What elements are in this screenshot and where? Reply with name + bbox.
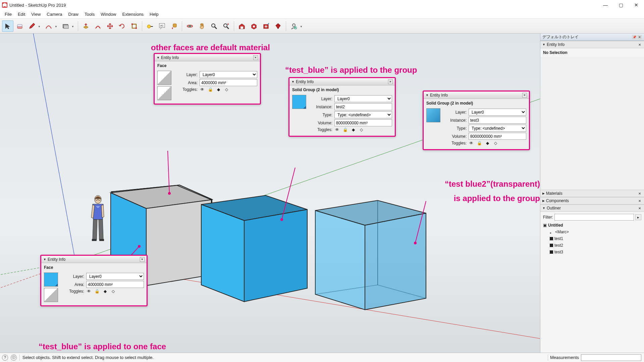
tree-item[interactable]: test3 [543, 249, 641, 255]
tray-title[interactable]: デフォルトのトレイ 📌 ✕ [540, 34, 644, 41]
tool-eraser[interactable] [14, 20, 25, 32]
menu-window[interactable]: Window [98, 11, 119, 18]
tool-pan[interactable] [196, 20, 208, 32]
tool-offset[interactable] [92, 20, 104, 32]
dropdown-icon[interactable]: ▼ [38, 25, 41, 28]
expand-icon[interactable]: ▶ [542, 192, 545, 195]
close-icon[interactable]: ✕ [637, 198, 642, 203]
tool-select[interactable] [2, 20, 13, 32]
shadows-cast-icon[interactable]: ◆ [102, 289, 108, 294]
shadows-receive-icon[interactable]: ◇ [224, 87, 229, 92]
menu-file[interactable]: File [2, 11, 14, 18]
collapse-icon[interactable]: ▼ [43, 258, 46, 261]
collapse-icon[interactable]: ▼ [426, 94, 429, 97]
close-icon[interactable]: ✕ [388, 79, 393, 84]
menu-draw[interactable]: Draw [66, 11, 81, 18]
filter-input[interactable] [554, 214, 634, 221]
lock-toggle-icon[interactable]: 🔒 [342, 127, 348, 132]
area-field[interactable] [200, 79, 257, 86]
hidden-toggle-icon[interactable]: 👁 [334, 127, 340, 132]
tool-move[interactable] [104, 20, 116, 32]
credits-icon[interactable]: ⓘ [11, 355, 17, 361]
tool-scale[interactable] [128, 20, 140, 32]
instance-field[interactable] [469, 117, 526, 124]
dropdown-icon[interactable]: ▼ [300, 25, 303, 28]
shadows-receive-icon[interactable]: ◇ [493, 141, 498, 145]
menu-tools[interactable]: Tools [82, 11, 97, 18]
geo-icon[interactable]: ? [2, 355, 8, 361]
type-select[interactable]: Type: <undefined> [469, 125, 526, 132]
dropdown-icon[interactable]: ▼ [71, 25, 74, 28]
tool-warehouse[interactable] [236, 20, 248, 32]
tool-zoom[interactable] [208, 20, 220, 32]
menu-camera[interactable]: Camera [44, 11, 65, 18]
layer-select[interactable]: Layer0 [334, 95, 392, 102]
tree-item[interactable]: test1 [543, 235, 641, 242]
layer-select[interactable]: Layer0 [200, 71, 257, 78]
collapse-icon[interactable]: ▼ [157, 56, 160, 59]
lock-toggle-icon[interactable]: 🔒 [94, 289, 100, 294]
tool-pushpull[interactable] [80, 20, 92, 32]
tool-pencil[interactable]: ▼ [26, 20, 38, 32]
back-material-swatch[interactable] [157, 86, 171, 100]
entity-info-header[interactable]: ▼Entity Info ✕ [540, 41, 644, 48]
dropdown-icon[interactable]: ▼ [55, 25, 57, 28]
close-icon[interactable]: ✕ [253, 55, 258, 60]
lock-toggle-icon[interactable]: 🔒 [208, 87, 213, 92]
components-header[interactable]: ▶Components ✕ [540, 197, 644, 204]
hidden-toggle-icon[interactable]: 👁 [469, 141, 474, 145]
tool-text[interactable]: A1 [156, 20, 168, 32]
tool-rotate[interactable] [116, 20, 128, 32]
menu-help[interactable]: Help [147, 11, 161, 18]
layer-select[interactable]: Layer0 [86, 273, 144, 280]
front-material-swatch[interactable] [157, 71, 171, 85]
shadows-cast-icon[interactable]: ◆ [351, 127, 356, 132]
tool-zoom-extents[interactable] [220, 20, 232, 32]
shadows-cast-icon[interactable]: ◆ [216, 87, 221, 92]
expand-icon[interactable]: ▶ [542, 199, 545, 202]
tree-root[interactable]: ▣Untitled [543, 222, 641, 229]
filter-menu-icon[interactable]: ▸ [635, 214, 641, 220]
tray-close-icon[interactable]: ✕ [637, 35, 642, 40]
instance-field[interactable] [334, 103, 392, 110]
tool-rectangle[interactable]: ▼ [60, 20, 71, 32]
close-button[interactable]: ✕ [629, 0, 644, 10]
menu-extensions[interactable]: Extensions [120, 11, 147, 18]
tool-ruby[interactable] [272, 20, 284, 32]
tree-item[interactable]: test2 [543, 242, 641, 249]
maximize-button[interactable]: ▢ [613, 0, 629, 10]
hidden-toggle-icon[interactable]: 👁 [86, 289, 92, 294]
collapse-icon[interactable]: ▼ [542, 206, 545, 210]
tool-tape[interactable] [144, 20, 156, 32]
material-swatch[interactable] [292, 95, 306, 109]
shadows-receive-icon[interactable]: ◇ [110, 289, 116, 294]
entity-info-panel-4[interactable]: ▼Entity Info ✕ Solid Group (2 in model) … [423, 90, 530, 150]
back-material-swatch[interactable] [44, 288, 58, 302]
area-field[interactable] [86, 281, 144, 288]
material-swatch[interactable] [426, 108, 440, 122]
tool-orbit[interactable] [184, 20, 196, 32]
tree-item[interactable]: <Marc> [543, 229, 641, 235]
entity-info-panel-3[interactable]: ▼Entity Info ✕ Solid Group (2 in model) … [288, 77, 396, 137]
tool-user[interactable]: ▼ [288, 20, 300, 32]
collapse-icon[interactable]: ▼ [291, 80, 294, 83]
hidden-toggle-icon[interactable]: 👁 [200, 87, 205, 92]
shadows-receive-icon[interactable]: ◇ [359, 127, 364, 132]
volume-field[interactable] [334, 119, 392, 126]
tool-arc[interactable]: ▼ [43, 20, 54, 32]
tray-pin-icon[interactable]: 📌 [632, 35, 637, 40]
measurements-input[interactable] [581, 354, 641, 361]
viewport[interactable]: other faces are default material “test_b… [0, 34, 540, 353]
tool-paint[interactable] [168, 20, 180, 32]
volume-field[interactable] [469, 133, 526, 140]
close-icon[interactable]: ✕ [140, 257, 145, 262]
menu-view[interactable]: View [29, 11, 43, 18]
close-icon[interactable]: ✕ [637, 42, 642, 47]
entity-info-panel-2[interactable]: ▼Entity Info ✕ Face Layer:Layer0 Area: T… [40, 255, 148, 306]
collapse-icon[interactable]: ▼ [542, 43, 545, 46]
type-select[interactable]: Type: <undefined> [334, 111, 392, 118]
materials-header[interactable]: ▶Materials ✕ [540, 190, 644, 197]
front-material-swatch[interactable] [44, 273, 58, 287]
layer-select[interactable]: Layer0 [469, 109, 526, 116]
tool-share-model[interactable] [248, 20, 260, 32]
